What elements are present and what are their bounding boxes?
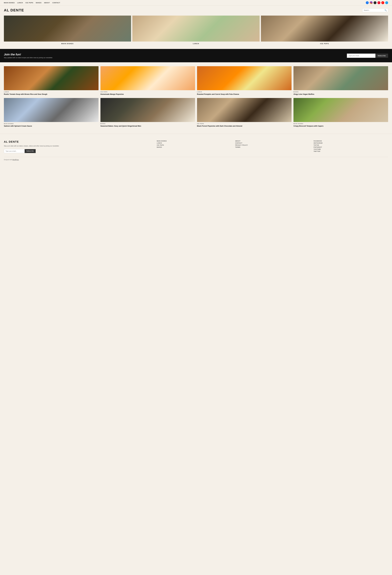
search-input[interactable] (364, 9, 385, 11)
recipe-title-salmon: Salmon with Spinach Cream Sauce (4, 125, 99, 127)
nav-ice-pops[interactable]: ICE POPS (25, 2, 33, 3)
nav-main-dishes[interactable]: MAIN DISHES (4, 2, 15, 3)
footer-link-main-dishes[interactable]: MAIN DISHES (157, 140, 231, 142)
nav-bakes[interactable]: BAKES (36, 2, 42, 3)
footer-link-twitter[interactable]: TWITTER (314, 151, 388, 152)
recipe-category-blackforest: ICE POPS (197, 123, 292, 124)
footer-bottom: Designed with WordPress (4, 157, 388, 160)
recipe-card-salmon[interactable]: MAIN DISHES Salmon with Spinach Cream Sa… (4, 98, 99, 127)
footer-brand: AL DENTE Stay up to date with our latest… (4, 140, 153, 153)
recipe-category-salmon: MAIN DISHES (4, 123, 99, 124)
footer-link-ice-pops[interactable]: ICE POPS (157, 144, 231, 146)
nav-contact[interactable]: CONTACT (52, 2, 60, 3)
site-header: AL DENTE 🔍 (0, 6, 392, 14)
recipe-image-rustic-tomato (4, 66, 99, 90)
recipe-category-rustic-tomato: LUNCH (4, 91, 99, 93)
hero-section: MAIN DISHES LUNCH ICE POPS (0, 14, 392, 49)
recipe-category-mango-pops: ICE POPS (100, 91, 195, 93)
recipe-category-broccoli: MAIN DISHES (293, 123, 388, 124)
recipe-card-broccoli[interactable]: MAIN DISHES Crispy Broccoli Tempura with… (293, 98, 388, 127)
recipe-title-rustic-tomato: Rustic Tomato Soup with Brown Rice and S… (4, 93, 99, 96)
footer-link-facebook[interactable]: FACEBOOK (314, 140, 388, 142)
nav-links: MAIN DISHES LUNCH ICE POPS BAKES ABOUT C… (4, 2, 60, 3)
youtube-icon[interactable]: ▶ (381, 1, 384, 4)
recipe-card-mango-pops[interactable]: ICE POPS Homemade Mango Popsicles (100, 66, 195, 96)
footer-link-privacy[interactable]: PRIVACY POLICY (235, 144, 310, 146)
recipe-image-lime-muffins (293, 66, 388, 90)
hero-image-main-dishes (4, 16, 131, 42)
pinterest-icon[interactable]: P (377, 1, 380, 4)
nav-lunch[interactable]: LUNCH (17, 2, 23, 3)
recipe-category-lime-muffins: BAKES (293, 91, 388, 93)
hero-card-ice-pops[interactable]: ICE POPS (261, 16, 388, 45)
recipe-image-mango-pops (100, 66, 195, 90)
nav-about[interactable]: ABOUT (44, 2, 50, 3)
recipe-card-lime-muffins[interactable]: BAKES Zingy Lime Vegan Muffins (293, 66, 388, 96)
footer-link-pinterest[interactable]: PINTEREST (314, 146, 388, 148)
top-navigation: MAIN DISHES LUNCH ICE POPS BAKES ABOUT C… (0, 0, 392, 6)
twitter-icon[interactable]: 🐦 (385, 1, 388, 4)
footer-link-tiktok[interactable]: TIKTOK (314, 144, 388, 146)
recipe-card-gingerbread[interactable]: BAKES Seasonal Bakes: Easy and Quick Gin… (100, 98, 195, 127)
recipe-image-broccoli (293, 98, 388, 122)
footer-site-title: AL DENTE (4, 140, 153, 143)
recipe-title-lime-muffins: Zingy Lime Vegan Muffins (293, 93, 388, 96)
recipe-image-blackforest (197, 98, 292, 122)
newsletter-heading: Join the fun! (4, 53, 53, 56)
hero-grid: MAIN DISHES LUNCH ICE POPS (4, 16, 388, 45)
footer-subscribe-button[interactable]: Subscribe (25, 149, 36, 153)
search-bar: 🔍 (362, 8, 388, 12)
footer-tagline: Stay up to date with our latest, recipes… (4, 145, 153, 147)
recipe-title-mango-pops: Homemade Mango Popsicles (100, 93, 195, 96)
newsletter-email-input[interactable] (347, 54, 375, 58)
hero-label-main-dishes: MAIN DISHES (4, 42, 131, 45)
tiktok-icon[interactable]: ♪ (374, 1, 376, 4)
recipe-category-pumpkin: LUNCH (197, 91, 292, 93)
footer-link-contact[interactable]: CONTACT (235, 142, 310, 144)
footer-link-bakes[interactable]: BAKES (157, 146, 231, 148)
newsletter-banner: Join the fun! Stay updated with our late… (0, 49, 392, 62)
hero-card-lunch[interactable]: LUNCH (132, 16, 260, 45)
recipe-image-gingerbread (100, 98, 195, 122)
recipe-title-pumpkin: Roasted Pumpkin and Carrot Soup with Fet… (197, 93, 292, 96)
recipe-category-gingerbread: BAKES (100, 123, 195, 124)
recipe-title-gingerbread: Seasonal Bakes: Easy and Quick Gingerbre… (100, 125, 195, 127)
hero-card-main-dishes[interactable]: MAIN DISHES (4, 16, 131, 45)
site-title: AL DENTE (4, 8, 24, 12)
recipes-grid-row1: LUNCH Rustic Tomato Soup with Brown Rice… (4, 66, 388, 96)
newsletter-text: Join the fun! Stay updated with our late… (4, 53, 53, 58)
footer-link-terms[interactable]: TERMS (235, 146, 310, 148)
hero-label-lunch: LUNCH (132, 42, 260, 45)
footer-col-info: ABOUT CONTACT PRIVACY POLICY TERMS (235, 140, 310, 153)
hero-image-ice-pops (261, 16, 388, 42)
recipe-card-rustic-tomato[interactable]: LUNCH Rustic Tomato Soup with Brown Rice… (4, 66, 99, 96)
recipe-title-broccoli: Crispy Broccoli Tempura with Capers (293, 125, 388, 127)
newsletter-form: Subscribe (347, 54, 388, 58)
footer-col-social: FACEBOOK INSTAGRAM TIKTOK PINTEREST YOUT… (314, 140, 388, 153)
footer: AL DENTE Stay up to date with our latest… (0, 134, 392, 164)
recipes-grid-row2: MAIN DISHES Salmon with Spinach Cream Sa… (4, 98, 388, 127)
recipe-card-blackforest[interactable]: ICE POPS Black Forest Popsicles with Dar… (197, 98, 292, 127)
footer-link-lunch[interactable]: LUNCH (157, 142, 231, 144)
footer-bottom-text: Designed with (4, 159, 12, 160)
social-icons-nav: f 📷 ♪ P ▶ 🐦 (366, 1, 388, 4)
footer-newsletter-form: Subscribe (4, 149, 153, 153)
footer-inner: AL DENTE Stay up to date with our latest… (4, 140, 388, 153)
footer-email-input[interactable] (4, 149, 25, 153)
footer-link-youtube[interactable]: YOUTUBE (314, 149, 388, 150)
footer-col-pages: MAIN DISHES LUNCH ICE POPS BAKES (157, 140, 231, 153)
footer-link-instagram[interactable]: INSTAGRAM (314, 142, 388, 144)
newsletter-subscribe-button[interactable]: Subscribe (375, 54, 388, 58)
hero-label-ice-pops: ICE POPS (261, 42, 388, 45)
facebook-icon[interactable]: f (366, 1, 369, 4)
recipe-image-pumpkin (197, 66, 292, 90)
recipe-card-pumpkin[interactable]: LUNCH Roasted Pumpkin and Carrot Soup wi… (197, 66, 292, 96)
footer-link-about[interactable]: ABOUT (235, 140, 310, 142)
recipe-title-blackforest: Black Forest Popsicles with Dark Chocola… (197, 125, 292, 127)
footer-wordpress-link[interactable]: WordPress (12, 159, 19, 160)
instagram-icon[interactable]: 📷 (370, 1, 372, 4)
recipes-section: LUNCH Rustic Tomato Soup with Brown Rice… (0, 62, 392, 134)
search-icon[interactable]: 🔍 (385, 9, 387, 11)
newsletter-subtext: Stay updated with our latest recipes and… (4, 57, 53, 58)
recipe-image-salmon (4, 98, 99, 122)
